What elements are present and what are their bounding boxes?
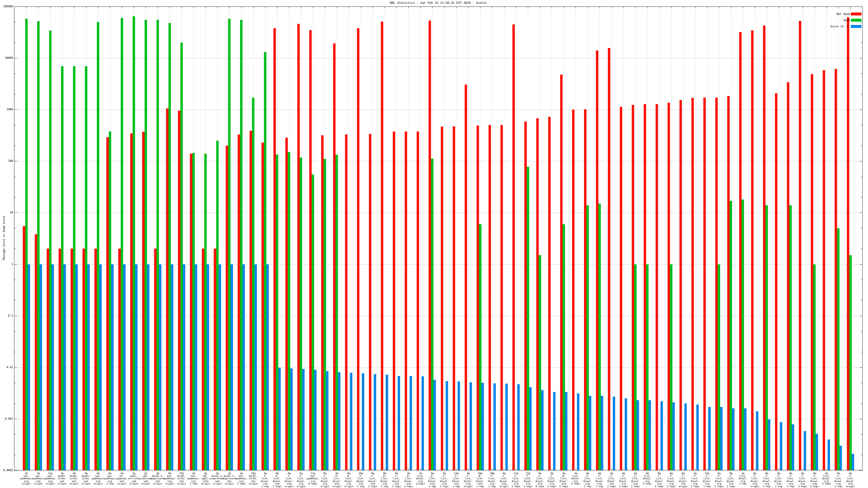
bar-score xyxy=(350,373,352,470)
x-tick-top xyxy=(480,7,480,8)
bar-not-spam xyxy=(500,125,503,470)
y-tick-minor xyxy=(14,177,16,177)
y-tick-minor xyxy=(14,73,16,74)
x-tick-top xyxy=(599,7,600,8)
x-tick-top xyxy=(456,7,457,8)
bar-score xyxy=(302,369,305,470)
bar-spam xyxy=(49,31,52,470)
x-tick-bottom xyxy=(659,468,660,470)
x-gridline xyxy=(421,7,421,470)
x-tick-top xyxy=(468,7,468,8)
y-tick-minor xyxy=(861,403,862,404)
bar-not-spam xyxy=(154,249,156,470)
bar-spam xyxy=(168,23,171,470)
bar-not-spam xyxy=(584,109,586,470)
x-tick-bottom xyxy=(421,468,421,470)
bar-not-spam xyxy=(429,21,431,470)
y-tick-minor xyxy=(861,249,862,249)
x-tick-top xyxy=(731,7,731,8)
bar-score xyxy=(613,397,615,470)
bar-spam xyxy=(789,205,792,470)
x-tick-top xyxy=(265,7,266,8)
y-tick-label: 0.01 xyxy=(1,366,13,369)
bar-not-spam xyxy=(83,249,85,470)
bar-score xyxy=(326,371,329,470)
y-tick-label: 1 xyxy=(1,263,13,266)
bar-score xyxy=(195,264,197,470)
y-tick-label: 0.0001 xyxy=(1,469,13,472)
bar-not-spam xyxy=(261,142,264,470)
bar-not-spam xyxy=(166,108,168,470)
bar-score xyxy=(816,434,818,470)
x-tick-top xyxy=(743,7,743,8)
bar-spam xyxy=(312,174,314,470)
bar-not-spam xyxy=(608,48,610,470)
y-tick-major xyxy=(860,58,862,58)
bar-score xyxy=(660,401,663,470)
bar-score xyxy=(529,387,532,470)
bar-score xyxy=(28,264,30,470)
y-gridline xyxy=(14,367,863,368)
x-gridline xyxy=(456,7,457,470)
bar-score xyxy=(362,373,364,470)
x-tick-top xyxy=(325,7,325,8)
bar-score xyxy=(171,264,173,470)
x-tick-bottom xyxy=(492,468,492,470)
bar-not-spam xyxy=(727,96,730,470)
bar-score xyxy=(314,370,316,470)
bar-not-spam xyxy=(715,98,718,470)
bar-score xyxy=(243,264,245,470)
x-tick-top xyxy=(50,7,51,8)
bar-spam xyxy=(539,255,541,470)
bar-not-spam xyxy=(680,100,682,470)
y-tick-minor xyxy=(14,300,16,300)
bar-score xyxy=(828,440,830,470)
bar-not-spam xyxy=(35,234,37,470)
bar-not-spam xyxy=(321,135,323,470)
x-tick-bottom xyxy=(349,468,349,470)
bar-score xyxy=(493,383,496,470)
bar-score xyxy=(839,446,842,470)
y-gridline xyxy=(14,419,863,419)
bar-not-spam xyxy=(369,134,371,470)
bar-score xyxy=(780,422,782,470)
x-tick-top xyxy=(349,7,349,8)
plot-area xyxy=(14,6,863,470)
bar-score xyxy=(386,375,388,470)
bar-spam xyxy=(276,155,278,470)
bar-score xyxy=(135,264,137,470)
y-gridline xyxy=(14,161,863,161)
bar-spam xyxy=(204,154,207,470)
bar-spam xyxy=(323,159,326,470)
bar-score xyxy=(732,408,735,470)
x-gridline xyxy=(803,7,803,470)
bar-not-spam xyxy=(799,21,801,470)
bar-spam xyxy=(109,131,111,470)
bar-score xyxy=(433,380,436,470)
bar-score xyxy=(589,396,591,470)
x-tick-top xyxy=(516,7,516,8)
bar-score xyxy=(290,368,293,470)
bar-spam xyxy=(192,153,195,470)
bar-not-spam xyxy=(489,125,491,470)
x-tick-top xyxy=(432,7,433,8)
y-tick-major xyxy=(14,264,17,265)
bar-not-spam xyxy=(345,134,347,470)
x-tick-top xyxy=(540,7,540,8)
bar-spam xyxy=(336,155,338,470)
y-tick-minor xyxy=(14,228,16,229)
x-gridline xyxy=(779,7,779,470)
y-tick-minor xyxy=(861,197,862,197)
legend-label-not-spam: Not Spam xyxy=(817,12,850,16)
y-tick-minor xyxy=(861,280,862,280)
x-tick-bottom xyxy=(611,468,612,470)
bar-not-spam xyxy=(441,127,443,470)
y-tick-major xyxy=(14,6,17,7)
bar-not-spam xyxy=(23,226,25,470)
x-tick-top xyxy=(623,7,624,8)
bar-not-spam xyxy=(691,98,694,470)
x-tick-top xyxy=(767,7,767,8)
bar-not-spam xyxy=(513,24,515,470)
bar-spam xyxy=(288,152,290,470)
bar-not-spam xyxy=(250,131,252,470)
